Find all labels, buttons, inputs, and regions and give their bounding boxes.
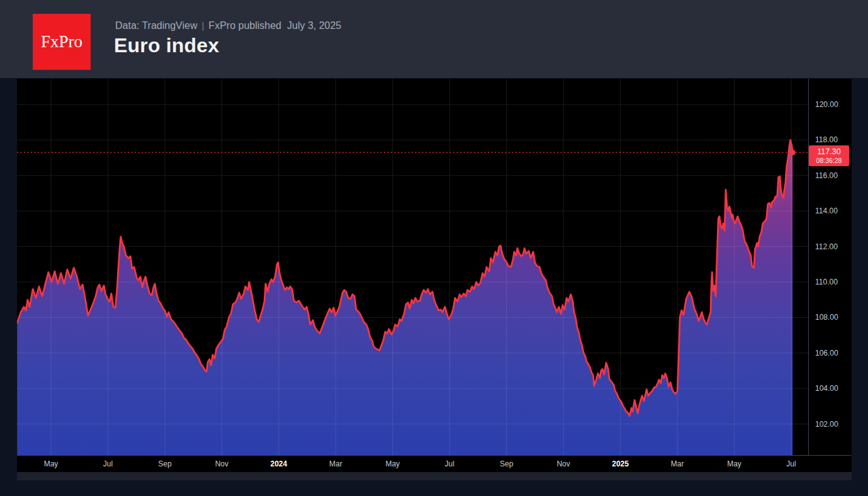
- price-tick-label: 106.00: [815, 349, 838, 358]
- time-tick-label: Mar: [329, 459, 342, 468]
- last-price-value: 117.30: [809, 147, 849, 157]
- plot-area[interactable]: [17, 79, 808, 455]
- price-tick-label: 102.00: [815, 420, 838, 429]
- price-tick-label: 108.00: [815, 313, 838, 322]
- published-label: FxPro published: [208, 20, 281, 31]
- time-tick-label: Jul: [103, 459, 113, 468]
- time-axis[interactable]: MayJulSepNov2024MarMayJulSepNov2025MarMa…: [17, 455, 852, 472]
- time-tick-year-label: 2025: [612, 459, 629, 468]
- time-tick-label: Nov: [215, 459, 228, 468]
- header: FxPro Data: TradingView|FxPro publishedJ…: [0, 0, 868, 78]
- time-tick-label: Jul: [445, 459, 454, 468]
- price-axis[interactable]: 120.00118.00116.00114.00112.00110.00108.…: [808, 79, 852, 472]
- time-tick-label: Nov: [556, 459, 570, 468]
- time-tick-label: May: [727, 459, 741, 468]
- time-tick-label: Jul: [786, 459, 796, 468]
- data-source-label: Data: TradingView: [115, 20, 197, 31]
- last-price-time: 08:36:28: [809, 157, 849, 164]
- price-tick-label: 114.00: [815, 206, 838, 216]
- time-tick-label: May: [44, 459, 59, 468]
- plot-svg[interactable]: [17, 79, 808, 455]
- fxpro-logo: FxPro: [33, 14, 91, 70]
- last-price-dot: [790, 150, 796, 155]
- price-tick-label: 118.00: [815, 135, 838, 145]
- time-tick-label: May: [385, 459, 400, 468]
- price-tick-label: 104.00: [815, 384, 838, 393]
- page-title: Euro index: [114, 34, 219, 57]
- time-tick-label: Mar: [671, 459, 684, 468]
- time-tick-label: Sep: [500, 459, 513, 468]
- chart-subtitle: Data: TradingView|FxPro publishedJuly 3,…: [115, 20, 341, 31]
- area-fill-layer: [17, 140, 792, 455]
- time-tick-label: Sep: [158, 459, 171, 468]
- price-tick-label: 120.00: [815, 100, 838, 110]
- price-tick-label: 110.00: [815, 278, 838, 287]
- subtitle-separator: |: [201, 20, 204, 31]
- price-tick-label: 112.00: [815, 242, 838, 252]
- page: FxPro Data: TradingView|FxPro publishedJ…: [0, 0, 868, 496]
- last-price-badge: 117.30 08:36:28: [809, 145, 849, 166]
- price-tick-label: 116.00: [815, 171, 838, 181]
- bottom-strip: [17, 472, 852, 480]
- published-date: July 3, 2025: [287, 20, 341, 31]
- time-tick-year-label: 2024: [270, 459, 287, 468]
- fxpro-logo-text: FxPro: [41, 32, 82, 52]
